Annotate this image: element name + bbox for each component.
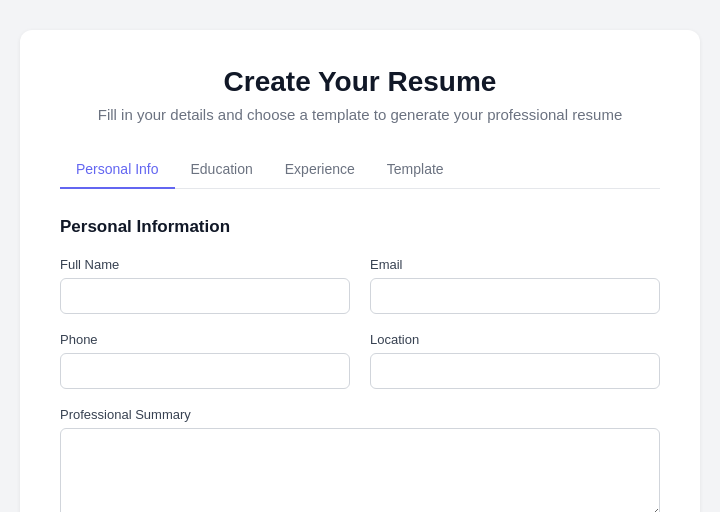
phone-input[interactable]	[60, 353, 350, 389]
form-group-summary: Professional Summary	[60, 407, 660, 512]
tab-bar: Personal Info Education Experience Templ…	[60, 151, 660, 189]
section-title: Personal Information	[60, 217, 660, 237]
form-group-full-name: Full Name	[60, 257, 350, 314]
full-name-input[interactable]	[60, 278, 350, 314]
location-label: Location	[370, 332, 660, 347]
tab-experience[interactable]: Experience	[269, 151, 371, 189]
full-name-label: Full Name	[60, 257, 350, 272]
tab-template[interactable]: Template	[371, 151, 460, 189]
form-row-summary: Professional Summary	[60, 407, 660, 512]
form-row-name-email: Full Name Email	[60, 257, 660, 314]
form-body: Personal Information Full Name Email Pho…	[60, 217, 660, 512]
form-group-phone: Phone	[60, 332, 350, 389]
location-input[interactable]	[370, 353, 660, 389]
page-title: Create Your Resume	[60, 66, 660, 98]
page-header: Create Your Resume Fill in your details …	[60, 66, 660, 123]
form-group-location: Location	[370, 332, 660, 389]
summary-label: Professional Summary	[60, 407, 660, 422]
email-label: Email	[370, 257, 660, 272]
email-input[interactable]	[370, 278, 660, 314]
tab-education[interactable]: Education	[175, 151, 269, 189]
form-group-email: Email	[370, 257, 660, 314]
form-row-phone-location: Phone Location	[60, 332, 660, 389]
page-subtitle: Fill in your details and choose a templa…	[60, 106, 660, 123]
tab-personal-info[interactable]: Personal Info	[60, 151, 175, 189]
phone-label: Phone	[60, 332, 350, 347]
main-container: Create Your Resume Fill in your details …	[20, 30, 700, 512]
summary-input[interactable]	[60, 428, 660, 512]
